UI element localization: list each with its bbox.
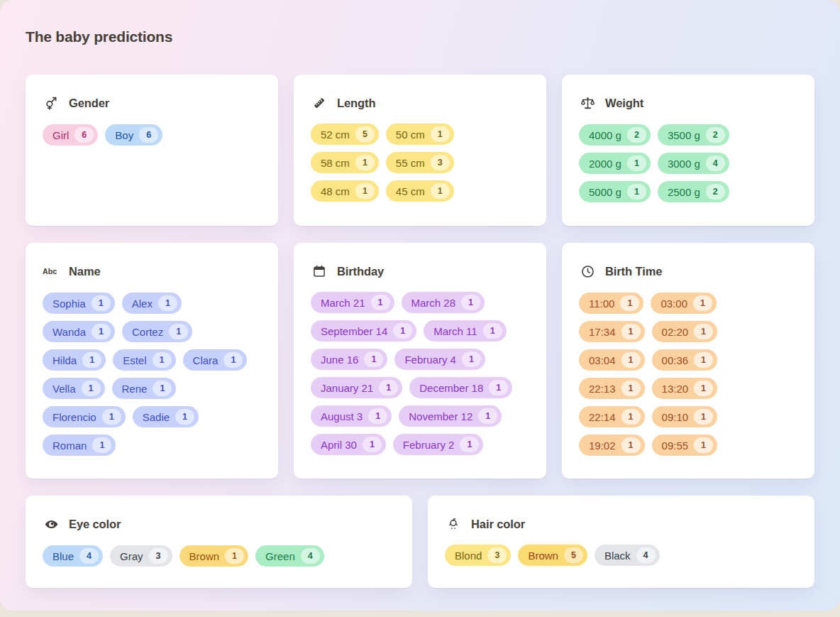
pill-count-badge: 1	[364, 351, 383, 367]
pill-label: January 21	[321, 383, 373, 393]
pill-label: Alex	[132, 298, 153, 309]
prediction-pill[interactable]: Estel1	[113, 349, 175, 371]
prediction-pill[interactable]: Clara1	[183, 349, 248, 371]
pill-label: 5000 g	[589, 187, 621, 197]
prediction-pill[interactable]: 17:341	[579, 321, 645, 342]
prediction-pill[interactable]: 22:141	[579, 406, 645, 427]
pill-label: Brown	[528, 550, 558, 561]
card-header: Gender	[43, 96, 261, 111]
pill-row: 4000 g23500 g2	[579, 124, 797, 146]
pill-label: April 30	[321, 439, 357, 450]
pill-label: Brown	[189, 551, 220, 562]
pill-label: Roman	[52, 440, 87, 451]
card-header: Birthday	[311, 264, 529, 278]
prediction-pill[interactable]: March 281	[402, 292, 485, 313]
prediction-pill[interactable]: 3500 g2	[658, 124, 729, 146]
prediction-pill[interactable]: August 31	[311, 405, 392, 427]
pill-count-badge: 2	[706, 184, 725, 200]
pill-count-badge: 1	[621, 409, 641, 425]
prediction-pill[interactable]: Gray3	[110, 545, 172, 567]
prediction-pill[interactable]: 50 cm1	[386, 124, 454, 145]
prediction-pill[interactable]: 09:551	[652, 435, 718, 456]
pill-label: 4000 g	[589, 130, 621, 141]
prediction-pill[interactable]: February 21	[393, 434, 484, 455]
pill-label: 52 cm	[321, 129, 350, 140]
prediction-pill[interactable]: 58 cm1	[311, 152, 379, 173]
pill-label: Sophia	[52, 298, 86, 309]
prediction-pill[interactable]: Sophia1	[43, 293, 115, 314]
prediction-pill[interactable]: November 121	[399, 405, 502, 427]
prediction-pill[interactable]: 5000 g1	[579, 181, 651, 202]
prediction-pill[interactable]: Florencio1	[43, 406, 126, 427]
prediction-pill[interactable]: Brown5	[518, 545, 587, 566]
pill-count-badge: 1	[489, 380, 508, 395]
prediction-pill[interactable]: 13:201	[652, 378, 718, 399]
prediction-pill[interactable]: Wanda1	[43, 321, 115, 342]
prediction-pill[interactable]: 03:001	[651, 293, 717, 314]
prediction-pill[interactable]: Blue4	[43, 545, 103, 567]
prediction-pill[interactable]: 19:021	[579, 435, 645, 456]
prediction-pill[interactable]: Rene1	[112, 378, 177, 399]
pill-label: 3000 g	[668, 158, 700, 169]
prediction-pill[interactable]: Roman1	[43, 435, 116, 456]
pill-label: February 4	[404, 354, 456, 365]
pill-row: Blue4Gray3Brown1Green4	[43, 545, 395, 567]
prediction-pill[interactable]: 55 cm3	[386, 152, 454, 173]
prediction-pill[interactable]: 03:041	[579, 349, 645, 371]
prediction-pill[interactable]: 00:361	[652, 349, 718, 371]
prediction-pill[interactable]: September 141	[311, 320, 416, 342]
pill-label: Sadie	[143, 412, 170, 422]
pill-label: 00:36	[662, 355, 689, 366]
pill-label: Wanda	[52, 327, 86, 337]
prediction-pill[interactable]: Green4	[255, 545, 324, 567]
pill-count-badge: 1	[431, 126, 450, 142]
prediction-pill[interactable]: Vella1	[43, 378, 105, 399]
prediction-pill[interactable]: 09:101	[652, 406, 718, 427]
pill-count-badge: 2	[627, 127, 646, 143]
prediction-pill[interactable]: 2000 g1	[579, 153, 651, 174]
pill-count-badge: 1	[153, 352, 172, 368]
pill-group: 4000 g23500 g22000 g13000 g45000 g12500 …	[579, 124, 797, 202]
prediction-pill[interactable]: Cortez1	[122, 321, 192, 342]
prediction-pill[interactable]: March 111	[424, 320, 506, 342]
prediction-pill[interactable]: 4000 g2	[579, 124, 651, 146]
pill-count-badge: 1	[620, 295, 639, 311]
prediction-pill[interactable]: Sadie1	[133, 406, 199, 427]
prediction-pill[interactable]: March 211	[311, 292, 394, 313]
prediction-pill[interactable]: February 41	[394, 349, 485, 370]
pill-label: 45 cm	[396, 186, 425, 197]
prediction-pill[interactable]: 22:131	[579, 378, 645, 399]
prediction-pill[interactable]: Girl6	[43, 124, 98, 146]
prediction-pill[interactable]: Hilda1	[43, 349, 106, 371]
prediction-pill[interactable]: April 301	[311, 434, 386, 455]
prediction-pill[interactable]: 45 cm1	[386, 180, 454, 202]
pill-count-badge: 1	[694, 409, 713, 425]
name-card: Abc Name Sophia1Alex1Wanda1Cortez1Hilda1…	[26, 243, 278, 479]
prediction-pill[interactable]: Boy6	[105, 124, 162, 146]
prediction-pill[interactable]: January 211	[311, 377, 402, 398]
weight-card: Weight 4000 g23500 g22000 g13000 g45000 …	[562, 75, 814, 226]
pill-label: Estel	[123, 355, 146, 366]
calendar-icon	[311, 264, 328, 278]
pill-count-badge: 5	[564, 547, 583, 563]
prediction-pill[interactable]: Brown1	[179, 545, 249, 567]
prediction-pill[interactable]: December 181	[409, 377, 512, 398]
pill-label: Florencio	[52, 412, 96, 422]
prediction-pill[interactable]: 48 cm1	[311, 180, 379, 202]
prediction-pill[interactable]: Alex1	[122, 293, 182, 314]
eye-icon	[43, 517, 60, 532]
prediction-pill[interactable]: 3000 g4	[658, 153, 729, 174]
prediction-pill[interactable]: 52 cm5	[311, 124, 379, 145]
pill-label: 17:34	[589, 327, 616, 337]
card-header: Length	[311, 96, 529, 110]
prediction-pill[interactable]: 2500 g2	[658, 181, 729, 202]
pill-count-badge: 1	[355, 183, 375, 199]
pill-count-badge: 1	[393, 323, 412, 339]
pill-label: 11:00	[589, 298, 614, 309]
prediction-pill[interactable]: June 161	[311, 349, 387, 370]
card-title: Hair color	[471, 518, 525, 531]
prediction-pill[interactable]: 11:001	[579, 293, 643, 314]
prediction-pill[interactable]: 02:201	[652, 321, 718, 342]
prediction-pill[interactable]: Black4	[595, 545, 660, 566]
prediction-pill[interactable]: Blond3	[445, 545, 511, 566]
